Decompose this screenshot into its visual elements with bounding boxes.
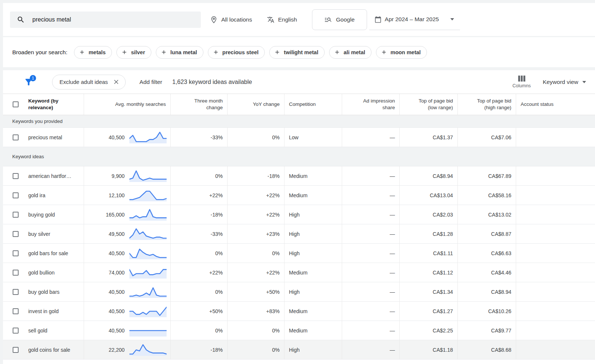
- row-checkbox[interactable]: [13, 173, 19, 179]
- filter-button[interactable]: 1: [24, 77, 33, 87]
- manage-search-icon: [324, 16, 332, 23]
- top-bid-high-cell: CA$7.06: [457, 128, 516, 147]
- row-checkbox[interactable]: [13, 134, 19, 140]
- row-checkbox[interactable]: [13, 270, 19, 276]
- header-avg-monthly-searches[interactable]: Avg. monthly searches: [84, 94, 170, 115]
- yoy-change-cell: 0%: [227, 321, 284, 340]
- broaden-chip[interactable]: twilight metal: [269, 46, 325, 59]
- keyword-label: buying gold: [28, 212, 55, 218]
- location-selector[interactable]: All locations: [210, 16, 252, 23]
- keyword-row[interactable]: gold coins for sale 22,200 -18% 0% High …: [3, 340, 595, 360]
- row-checkbox[interactable]: [13, 212, 19, 218]
- top-bid-high-cell: CA$13.02: [457, 205, 516, 224]
- broaden-chips: metals silver luna metal precious steel …: [74, 46, 427, 59]
- keyword-row[interactable]: american hartfor… 9,900 0% -18% Medium —…: [3, 166, 595, 186]
- top-bid-low-cell: CA$2.03: [399, 205, 457, 224]
- top-bid-high-cell: CA$6.63: [457, 244, 516, 263]
- search-input[interactable]: precious metal: [10, 12, 201, 28]
- header-account-status[interactable]: Account status: [516, 94, 595, 115]
- active-filter-chip[interactable]: Exclude adult ideas: [52, 75, 126, 90]
- section-band: Keyword ideas: [3, 147, 595, 166]
- keyword-cell: buy gold bars: [3, 282, 84, 301]
- avg-searches-cell: 22,200: [84, 340, 170, 359]
- broaden-chip[interactable]: silver: [116, 46, 151, 59]
- trend-sparkline: [129, 228, 167, 240]
- top-bid-high-cell: CA$58.16: [457, 186, 516, 205]
- avg-searches-value: 40,500: [109, 134, 125, 140]
- chevron-down-icon: [450, 18, 454, 20]
- competition-cell: High: [284, 244, 342, 263]
- competition-cell: Medium: [284, 263, 342, 282]
- keyword-row[interactable]: sell gold 40,500 0% 0% Medium — CA$2.25 …: [3, 321, 595, 340]
- keyword-row[interactable]: buy silver 49,500 -33% +23% High — CA$1.…: [3, 224, 595, 244]
- active-filter-label: Exclude adult ideas: [60, 79, 108, 85]
- avg-searches-value: 74,000: [109, 270, 125, 276]
- header-three-month-change[interactable]: Three month change: [170, 94, 227, 115]
- row-checkbox[interactable]: [13, 231, 19, 237]
- competition-cell: Medium: [284, 302, 342, 321]
- broaden-chip-label: metals: [89, 49, 106, 55]
- plus-icon: [79, 49, 85, 55]
- broaden-chip[interactable]: moon metal: [376, 46, 427, 59]
- keyword-row[interactable]: gold ira 12,100 +22% +22% Medium — CA$13…: [3, 186, 595, 205]
- three-month-change-cell: -18%: [170, 340, 227, 359]
- keyword-label: buy silver: [28, 231, 50, 237]
- close-icon[interactable]: [113, 78, 120, 85]
- top-bid-high-cell: CA$8.94: [457, 282, 516, 301]
- trend-sparkline: [129, 305, 167, 318]
- account-status-cell: [516, 166, 595, 185]
- language-selector[interactable]: English: [267, 16, 297, 23]
- row-checkbox[interactable]: [13, 192, 19, 198]
- date-range-selector[interactable]: Apr 2024 – Mar 2025: [369, 9, 460, 30]
- columns-button[interactable]: Columns: [512, 75, 531, 88]
- three-month-change-cell: +22%: [170, 186, 227, 205]
- header-top-bid-high[interactable]: Top of page bid (high range): [457, 94, 516, 115]
- account-status-cell: [516, 205, 595, 224]
- header-ad-impression-share[interactable]: Ad impression share: [342, 94, 399, 115]
- broaden-chip[interactable]: metals: [74, 46, 112, 59]
- select-all-checkbox[interactable]: [13, 101, 19, 107]
- keyword-row[interactable]: invest in gold 40,500 +50% +83% Medium —…: [3, 302, 595, 321]
- network-selector[interactable]: Google: [312, 9, 367, 30]
- search-value: precious metal: [32, 16, 71, 23]
- header-top-bid-low[interactable]: Top of page bid (low range): [399, 94, 457, 115]
- avg-searches-value: 9,900: [112, 173, 125, 179]
- keyword-row[interactable]: buy gold bars 40,500 0% +50% High — CA$1…: [3, 282, 595, 302]
- row-checkbox[interactable]: [13, 328, 19, 334]
- avg-searches-cell: 40,500: [84, 321, 170, 340]
- keyword-row[interactable]: gold bullion 74,000 +22% +22% Medium — C…: [3, 263, 595, 282]
- add-filter-button[interactable]: Add filter: [139, 79, 162, 85]
- avg-searches-cell: 40,500: [84, 282, 170, 301]
- top-bid-high-cell: CA$8.68: [457, 340, 516, 359]
- yoy-change-cell: -18%: [227, 166, 284, 185]
- header-keyword-label[interactable]: Keyword (by relevance): [28, 98, 79, 111]
- keyword-cell: gold bullion: [3, 263, 84, 282]
- top-bid-low-cell: CA$1.27: [399, 302, 457, 321]
- row-checkbox[interactable]: [13, 347, 19, 353]
- row-checkbox[interactable]: [13, 289, 19, 295]
- keyword-label: buy gold bars: [28, 289, 60, 295]
- topbar: precious metal All locations English Goo…: [3, 3, 595, 36]
- broaden-chip[interactable]: luna metal: [156, 46, 203, 59]
- three-month-change-cell: 0%: [170, 166, 227, 185]
- keyword-label: gold coins for sale: [28, 347, 70, 353]
- divider: [3, 67, 595, 70]
- plus-icon: [334, 49, 340, 55]
- header-yoy-change[interactable]: YoY change: [227, 94, 284, 115]
- broaden-chip[interactable]: ali metal: [329, 46, 372, 59]
- view-selector[interactable]: Keyword view: [543, 79, 586, 85]
- ad-impression-share-cell: —: [342, 263, 399, 282]
- keyword-row[interactable]: precious metal 40,500 -33% 0% Low — CA$1…: [3, 128, 595, 147]
- row-checkbox[interactable]: [13, 250, 19, 256]
- header-competition[interactable]: Competition: [284, 94, 342, 115]
- keyword-row[interactable]: gold bars for sale 40,500 0% 0% High — C…: [3, 244, 595, 263]
- account-status-cell: [516, 244, 595, 263]
- top-bid-low-cell: CA$1.18: [399, 340, 457, 359]
- ad-impression-share-cell: —: [342, 340, 399, 359]
- broaden-chip[interactable]: precious steel: [208, 46, 265, 59]
- keyword-row[interactable]: buying gold 165,000 -18% +22% High — CA$…: [3, 205, 595, 224]
- top-bid-low-cell: CA$1.11: [399, 244, 457, 263]
- row-checkbox[interactable]: [13, 308, 19, 314]
- account-status-cell: [516, 321, 595, 340]
- competition-cell: Low: [284, 128, 342, 147]
